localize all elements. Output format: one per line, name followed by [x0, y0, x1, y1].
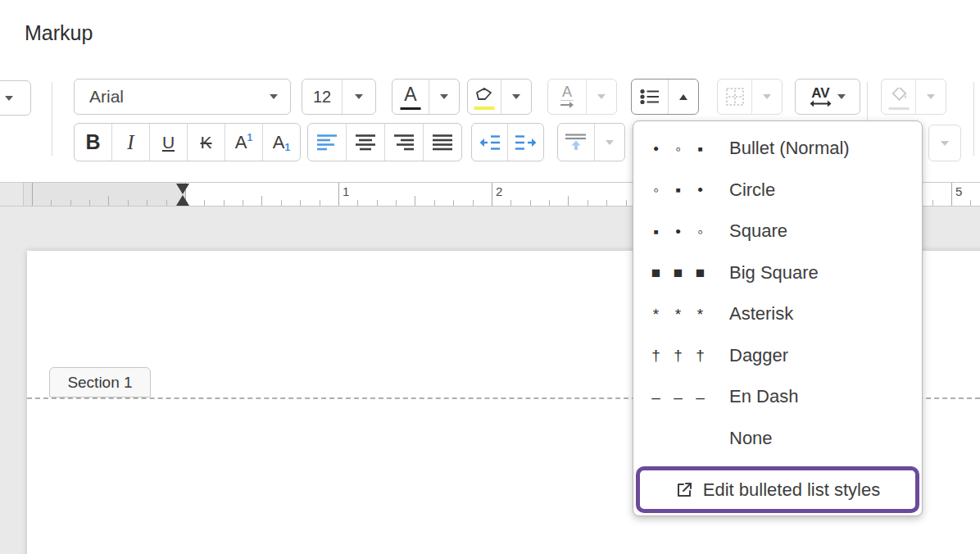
chevron-down-icon: [763, 94, 771, 99]
fill-color-dropdown[interactable]: [915, 79, 946, 114]
align-center-icon: [356, 134, 376, 151]
chevron-down-icon: [270, 94, 278, 99]
first-line-indent-handle[interactable]: [176, 184, 189, 194]
highlight-dropdown[interactable]: [501, 79, 531, 114]
page-title: Markup: [25, 21, 93, 45]
bullet-style-option-bullet-normal[interactable]: • ◦ ▪ Bullet (Normal): [633, 128, 922, 170]
bullet-preview: •: [689, 182, 711, 198]
alignment-group: [307, 123, 462, 161]
option-label: Square: [729, 220, 787, 242]
highlight-control: [467, 79, 532, 115]
clipped-right-dropdown[interactable]: [928, 125, 961, 161]
highlighter-icon: [474, 87, 494, 101]
letter-spacing-control[interactable]: AV: [795, 79, 860, 115]
superscript-button[interactable]: A1: [225, 124, 262, 161]
section-tag[interactable]: Section 1: [49, 367, 151, 397]
toolbar-divider: [52, 82, 52, 156]
space-before-button[interactable]: [558, 124, 594, 161]
frame-button[interactable]: [718, 79, 751, 114]
font-color-dropdown[interactable]: [429, 79, 459, 114]
chevron-down-icon: [355, 94, 363, 99]
outdent-button[interactable]: [472, 124, 507, 161]
align-justify-button[interactable]: [423, 124, 461, 161]
italic-button[interactable]: I: [111, 124, 149, 161]
bullet-preview: –: [645, 389, 667, 405]
option-label: Circle: [729, 179, 775, 201]
bullet-preview: *: [689, 307, 711, 322]
bullet-preview: ◦: [689, 224, 711, 239]
indent-button[interactable]: [507, 124, 543, 161]
edit-button-label: Edit bulleted list styles: [703, 479, 880, 501]
ruler-corner: [0, 182, 23, 207]
change-case-dropdown[interactable]: [586, 79, 616, 114]
frame-control: [717, 79, 783, 115]
font-family-value: Arial: [75, 79, 257, 114]
frame-dropdown[interactable]: [751, 79, 782, 114]
bullet-preview: –: [667, 389, 689, 405]
fill-color-control: [881, 79, 946, 115]
bullet-list-icon: [640, 89, 660, 105]
clipped-dropdown-button[interactable]: [0, 80, 31, 116]
bullet-style-option-square[interactable]: ▪ • ◦ Square: [633, 211, 922, 252]
font-size-value-button[interactable]: 12: [302, 79, 342, 114]
ruler-number: 1: [343, 184, 349, 198]
chevron-down-icon: [837, 94, 846, 99]
bullet-list-button[interactable]: [632, 79, 668, 114]
bullet-style-option-dagger[interactable]: † † † Dagger: [633, 335, 922, 377]
option-label: Asterisk: [729, 303, 793, 325]
bullet-list-dropdown[interactable]: [668, 79, 698, 114]
align-left-icon: [317, 134, 338, 151]
indent-icon: [515, 134, 537, 151]
strikethrough-button[interactable]: K: [187, 124, 225, 161]
bullet-style-option-big-square[interactable]: ■ ■ ■ Big Square: [633, 252, 922, 294]
bullet-preview: ■: [645, 265, 667, 280]
text-format-group: B I U K A1 A1: [74, 123, 301, 161]
underline-button[interactable]: U: [149, 124, 187, 161]
bullet-preview: •: [667, 224, 689, 239]
edit-bulleted-list-styles-button[interactable]: Edit bulleted list styles: [636, 466, 919, 513]
option-label: En Dash: [729, 386, 798, 407]
markup-editor: Markup Arial 12 A: [0, 0, 980, 554]
font-family-select[interactable]: Arial: [74, 79, 291, 115]
subscript-button[interactable]: A1: [262, 124, 300, 161]
indent-marker[interactable]: [176, 184, 189, 206]
align-center-button[interactable]: [346, 124, 384, 161]
chevron-down-icon: [5, 96, 13, 101]
option-label: Big Square: [729, 262, 819, 284]
change-case-button[interactable]: A: [548, 79, 586, 114]
highlight-button[interactable]: [468, 79, 501, 114]
space-before-icon: [565, 134, 587, 151]
dashed-frame-icon: [726, 88, 744, 106]
bullet-style-option-circle[interactable]: ◦ ▪ • Circle: [633, 170, 922, 211]
letter-spacing-icon: AV: [810, 86, 832, 107]
font-color-button[interactable]: A: [392, 79, 429, 114]
font-size-dropdown[interactable]: [342, 79, 375, 114]
bullet-preview: –: [689, 389, 711, 405]
bullet-style-option-none[interactable]: None: [633, 418, 922, 460]
bullet-preview: *: [645, 307, 667, 322]
chevron-down-icon: [597, 94, 606, 99]
bullet-list-control: [631, 79, 699, 115]
hanging-indent-handle[interactable]: [176, 195, 189, 206]
font-color-label: A: [404, 84, 416, 106]
bold-button[interactable]: B: [75, 124, 111, 161]
bullet-preview: ■: [689, 265, 711, 280]
font-color-control: A: [392, 79, 460, 115]
ruler-number: 2: [496, 184, 502, 198]
bullet-styles-menu: • ◦ ▪ Bullet (Normal) ◦ ▪ • Circle ▪ • ◦…: [633, 120, 923, 516]
bullet-preview: ▪: [689, 141, 711, 157]
highlight-color-swatch: [474, 107, 495, 111]
change-case-control: A: [547, 79, 617, 115]
font-size-value: 12: [313, 88, 331, 107]
fill-color-swatch: [888, 107, 909, 110]
font-size-control: 12: [302, 79, 376, 115]
bullet-style-option-asterisk[interactable]: * * * Asterisk: [633, 293, 922, 335]
space-before-dropdown[interactable]: [594, 124, 624, 161]
align-left-button[interactable]: [308, 124, 346, 161]
fill-color-button[interactable]: [882, 79, 915, 114]
bullet-preview: ◦: [645, 182, 667, 198]
bullet-style-option-en-dash[interactable]: – – – En Dash: [633, 376, 922, 418]
bullet-preview: †: [667, 347, 689, 363]
align-right-button[interactable]: [384, 124, 423, 161]
paragraph-spacing-control: [557, 123, 625, 161]
